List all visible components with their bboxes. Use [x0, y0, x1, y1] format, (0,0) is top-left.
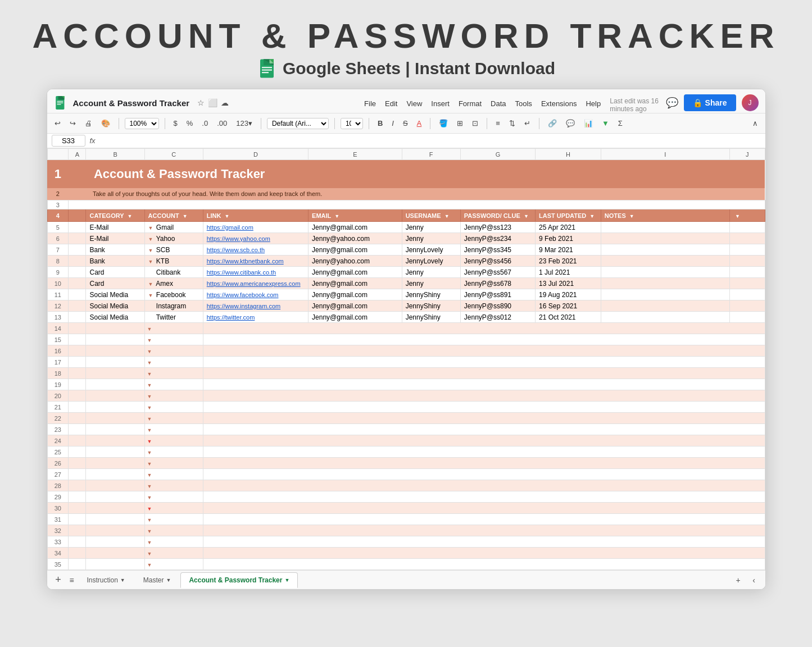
font-select[interactable]: Default (Ari...	[267, 118, 329, 129]
col-f[interactable]: F	[402, 149, 460, 160]
header-category[interactable]: CATEGORY ▼	[86, 209, 144, 222]
currency-btn[interactable]: $	[171, 118, 180, 129]
comments-icon[interactable]: 💬	[666, 97, 678, 109]
menu-file[interactable]: File	[360, 97, 380, 113]
borders-btn[interactable]: ⊞	[454, 118, 466, 129]
add-sheet-button[interactable]: +	[52, 573, 65, 587]
undo-btn[interactable]: ↩	[52, 118, 63, 129]
cell-12h[interactable]: 16 Sep 2021	[536, 300, 601, 312]
decimal2-btn[interactable]: .00	[214, 118, 230, 129]
cell-7g[interactable]: JennyP@ss345	[460, 244, 535, 256]
cell-7i[interactable]	[601, 244, 729, 256]
cell-5h[interactable]: 25 Apr 2021	[536, 222, 601, 233]
col-g[interactable]: G	[460, 149, 535, 160]
menu-help[interactable]: Help	[581, 97, 605, 113]
cell-11b[interactable]: Social Media	[86, 289, 144, 300]
cell-8b[interactable]: Bank	[86, 256, 144, 267]
cell-8f[interactable]: JennyLovely	[402, 256, 460, 267]
col-j[interactable]: J	[729, 149, 765, 160]
cell-8h[interactable]: 23 Feb 2021	[536, 256, 601, 267]
cell-7f[interactable]: JennyLovely	[402, 244, 460, 256]
comment-btn[interactable]: 💬	[563, 118, 578, 129]
cell-8g[interactable]: JennyP@ss456	[460, 256, 535, 267]
menu-edit[interactable]: Edit	[380, 97, 402, 113]
header-username[interactable]: USERNAME ▼	[402, 209, 460, 222]
cell-12g[interactable]: JennyP@ss890	[460, 300, 535, 312]
tab-account-tracker[interactable]: Account & Password Tracker ▼	[180, 572, 298, 588]
filter-btn[interactable]: ▼	[599, 118, 612, 129]
sheet-list-button[interactable]: ≡	[65, 573, 79, 587]
cell-6h[interactable]: 9 Feb 2021	[536, 233, 601, 244]
cell-10i[interactable]	[601, 278, 729, 289]
cell-5c[interactable]: ▼ Gmail	[144, 222, 203, 233]
col-h[interactable]: H	[536, 149, 601, 160]
cell-13i[interactable]	[601, 312, 729, 323]
cell-9f[interactable]: Jenny	[402, 267, 460, 278]
zoom-select[interactable]: 100%	[125, 118, 159, 129]
print-btn[interactable]: 🖨	[82, 118, 95, 129]
cell-10b[interactable]: Card	[86, 278, 144, 289]
font-color-btn[interactable]: A	[414, 118, 425, 129]
cell-10f[interactable]: Jenny	[402, 278, 460, 289]
cell-12c[interactable]: ▼ Instagram	[144, 300, 203, 312]
star-icon[interactable]: ☆	[197, 98, 205, 107]
cell-12i[interactable]	[601, 300, 729, 312]
cell-7c[interactable]: ▼ SCB	[144, 244, 203, 256]
cell-13b[interactable]: Social Media	[86, 312, 144, 323]
cell-5d[interactable]: https://gmail.com	[203, 222, 308, 233]
cell-8d[interactable]: https://www.ktbnetbank.com	[203, 256, 308, 267]
cell-9b[interactable]: Card	[86, 267, 144, 278]
font-size-select[interactable]: 10	[341, 118, 363, 129]
valign-btn[interactable]: ⇅	[506, 118, 518, 129]
tab-master[interactable]: Master ▼	[135, 572, 180, 588]
cell-6i[interactable]	[601, 233, 729, 244]
decimal1-btn[interactable]: .0	[199, 118, 211, 129]
spreadsheet-container[interactable]: A B C D E F G H I J 1 Acc	[47, 148, 765, 570]
cell-11g[interactable]: JennyP@ss891	[460, 289, 535, 300]
tab-instruction[interactable]: Instruction ▼	[79, 572, 134, 588]
link-btn[interactable]: 🔗	[545, 118, 560, 129]
cell-8i[interactable]	[601, 256, 729, 267]
paint-btn[interactable]: 🎨	[98, 118, 113, 129]
strikethrough-btn[interactable]: S	[400, 118, 411, 129]
cell-10g[interactable]: JennyP@ss678	[460, 278, 535, 289]
cell-9g[interactable]: JennyP@ss567	[460, 267, 535, 278]
percent-btn[interactable]: %	[184, 118, 196, 129]
function-btn[interactable]: Σ	[615, 118, 625, 129]
cloud-icon[interactable]: ☁	[221, 98, 229, 107]
cell-6g[interactable]: JennyP@ss234	[460, 233, 535, 244]
col-a[interactable]: A	[69, 149, 86, 160]
cell-7b[interactable]: Bank	[86, 244, 144, 256]
cell-13c[interactable]: ▼ Twitter	[144, 312, 203, 323]
cell-6c[interactable]: ▼ Yahoo	[144, 233, 203, 244]
cell-5f[interactable]: Jenny	[402, 222, 460, 233]
menu-tools[interactable]: Tools	[511, 97, 537, 113]
cell-12e[interactable]: Jenny@gmail.com	[309, 300, 402, 312]
chart-btn[interactable]: 📊	[581, 118, 596, 129]
bold-btn[interactable]: B	[375, 118, 385, 129]
italic-btn[interactable]: I	[389, 118, 397, 129]
header-updated[interactable]: LAST UPDATED ▼	[536, 209, 601, 222]
fill-color-btn[interactable]: 🪣	[436, 118, 451, 129]
cell-8c[interactable]: ▼ KTB	[144, 256, 203, 267]
cell-11d[interactable]: https://www.facebook.com	[203, 289, 308, 300]
cell-12f[interactable]: JennyShiny	[402, 300, 460, 312]
menu-insert[interactable]: Insert	[427, 97, 454, 113]
cell-9i[interactable]	[601, 267, 729, 278]
cell-10d[interactable]: https://www.americanexpress.com	[203, 278, 308, 289]
menu-view[interactable]: View	[402, 97, 427, 113]
cell-7d[interactable]: https://www.scb.co.th	[203, 244, 308, 256]
share-button[interactable]: 🔒 Share	[684, 94, 736, 111]
menu-data[interactable]: Data	[486, 97, 510, 113]
cell-7e[interactable]: Jenny@gmail.com	[309, 244, 402, 256]
cell-9d[interactable]: https://www.citibank.co.th	[203, 267, 308, 278]
format-num-btn[interactable]: 123▾	[233, 118, 255, 129]
cell-13h[interactable]: 21 Oct 2021	[536, 312, 601, 323]
cell-8e[interactable]: Jenny@yahoo.com	[309, 256, 402, 267]
header-notes[interactable]: NOTES ▼	[601, 209, 729, 222]
cell-6f[interactable]: Jenny	[402, 233, 460, 244]
header-link[interactable]: LINK ▼	[203, 209, 308, 222]
cell-9e[interactable]: Jenny@gmail.com	[309, 267, 402, 278]
header-email[interactable]: EMAIL ▼	[309, 209, 402, 222]
cell-9h[interactable]: 1 Jul 2021	[536, 267, 601, 278]
